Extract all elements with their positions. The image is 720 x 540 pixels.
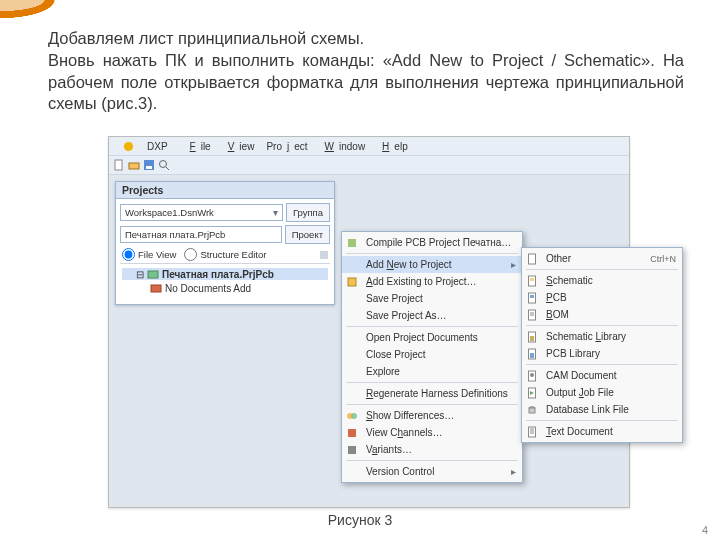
context-menu: Compile PCB Project Печатная плата.PrjPc… <box>341 231 523 483</box>
slide-corner <box>0 0 90 30</box>
workspace-button[interactable]: Группа <box>286 203 330 222</box>
smi-schematic-lib[interactable]: Schematic LibrarySchematic Library <box>522 328 682 345</box>
mi-version-control[interactable]: Version Control ▸ <box>342 463 522 480</box>
svg-rect-2 <box>129 163 139 169</box>
channels-icon <box>346 427 358 439</box>
menu-separator <box>526 364 678 365</box>
body-text: Добавляем лист принципиальной схемы. Вно… <box>48 28 684 115</box>
svg-rect-15 <box>348 446 356 454</box>
save-icon[interactable] <box>143 159 155 171</box>
smi-pcb[interactable]: PCBPCB <box>522 289 682 306</box>
mi-close-project[interactable]: Close Project <box>342 346 522 363</box>
svg-rect-10 <box>348 239 356 247</box>
smi-text-doc[interactable]: Text DocumentText Document <box>522 423 682 440</box>
menu-separator <box>526 420 678 421</box>
minus-box-icon: ⊟ <box>136 269 144 280</box>
menubar: DXP FFileile ViewView ProjectProject Win… <box>109 137 629 156</box>
menu-file[interactable]: FFileile <box>180 140 216 153</box>
svg-rect-4 <box>146 166 152 169</box>
workspace-combo[interactable]: Workspace1.DsnWrk ▾ <box>120 204 283 221</box>
project-icon <box>147 268 159 280</box>
svg-rect-33 <box>529 408 535 413</box>
menu-separator <box>346 326 518 327</box>
open-icon[interactable] <box>128 159 140 171</box>
svg-rect-16 <box>529 254 536 264</box>
panel-settings-icon[interactable] <box>318 249 330 261</box>
page-number: 4 <box>702 524 708 536</box>
project-combo[interactable]: Печатная плата.PrjPcb <box>120 226 282 243</box>
pcb-lib-icon <box>526 348 538 360</box>
svg-rect-25 <box>530 336 534 341</box>
projects-panel: Projects Workspace1.DsnWrk ▾ Группа Печа… <box>115 181 335 305</box>
mi-add-existing[interactable]: Add Existing to Project… Add Existing to… <box>342 273 522 290</box>
menu-dxp[interactable]: DXP <box>113 139 178 154</box>
text-doc-icon <box>526 426 538 438</box>
mi-show-diff[interactable]: Show Differences…Show Differences… <box>342 407 522 424</box>
project-tree: ⊟ Печатная плата.PrjPcb No Documents Add <box>120 263 330 300</box>
smi-other[interactable]: Other Ctrl+N <box>522 250 682 267</box>
mi-variants[interactable]: Variants…Variants… <box>342 441 522 458</box>
mi-compile[interactable]: Compile PCB Project Печатная плата.PrjPc… <box>342 234 522 251</box>
submenu-arrow-icon: ▸ <box>511 259 516 270</box>
svg-line-6 <box>166 167 169 170</box>
tree-root-item[interactable]: ⊟ Печатная плата.PrjPcb <box>122 268 328 280</box>
menu-project[interactable]: ProjectProject <box>261 140 312 153</box>
projects-panel-title: Projects <box>116 182 334 199</box>
mi-save-project-as[interactable]: Save Project As… <box>342 307 522 324</box>
schematic-icon <box>526 275 538 287</box>
smi-pcb-lib[interactable]: PCB Library <box>522 345 682 362</box>
dxp-icon <box>118 140 139 153</box>
svg-rect-14 <box>348 429 356 437</box>
mi-save-project[interactable]: Save Project <box>342 290 522 307</box>
smi-cam-doc[interactable]: CAM Document <box>522 367 682 384</box>
diff-icon <box>346 410 358 422</box>
svg-rect-7 <box>320 251 328 259</box>
app-screenshot: DXP FFileile ViewView ProjectProject Win… <box>108 136 630 508</box>
menu-window[interactable]: WindowWindow <box>315 140 371 153</box>
smi-db-link[interactable]: Database Link File <box>522 401 682 418</box>
folder-icon <box>150 282 162 294</box>
mi-open-docs[interactable]: Open Project Documents <box>342 329 522 346</box>
compile-icon <box>346 237 358 249</box>
svg-rect-8 <box>148 271 158 278</box>
figure-caption: Рисунок 3 <box>0 512 720 528</box>
menu-separator <box>346 460 518 461</box>
smi-output-job[interactable]: Output Job FileOutput Job File <box>522 384 682 401</box>
svg-rect-11 <box>348 278 356 286</box>
svg-point-0 <box>124 141 133 150</box>
zoom-icon[interactable] <box>158 159 170 171</box>
add-existing-icon <box>346 276 358 288</box>
project-button[interactable]: Проект <box>285 225 330 244</box>
variants-icon <box>346 444 358 456</box>
mi-add-new[interactable]: Add New to Project Add New to Project ▸ <box>342 256 522 273</box>
doc-icon <box>526 253 538 265</box>
mi-regenerate[interactable]: Regenerate Harness DefinitionsRegenerate… <box>342 385 522 402</box>
menu-separator <box>346 382 518 383</box>
toolbar <box>109 156 629 175</box>
menu-view[interactable]: ViewView <box>218 140 260 153</box>
smi-schematic[interactable]: SchematicSchematic <box>522 272 682 289</box>
svg-rect-27 <box>530 353 534 358</box>
bom-icon <box>526 309 538 321</box>
chevron-down-icon: ▾ <box>273 207 278 218</box>
menu-separator <box>346 404 518 405</box>
menu-help[interactable]: HelpHelp <box>372 140 413 153</box>
mi-explore[interactable]: Explore <box>342 363 522 380</box>
new-doc-icon[interactable] <box>113 159 125 171</box>
smi-bom[interactable]: BOMBOM <box>522 306 682 323</box>
svg-point-29 <box>530 373 534 377</box>
svg-rect-1 <box>115 160 122 170</box>
db-link-icon <box>526 404 538 416</box>
submenu-add-new: Other Ctrl+N SchematicSchematic PCBPCB B… <box>521 247 683 443</box>
menu-separator <box>526 269 678 270</box>
svg-point-13 <box>351 413 357 419</box>
file-view-radio[interactable]: File View <box>122 248 176 261</box>
svg-point-5 <box>160 161 167 168</box>
mi-view-channels[interactable]: View Channels…View Channels… <box>342 424 522 441</box>
structure-editor-radio[interactable]: Structure Editor <box>184 248 266 261</box>
tree-sub-item[interactable]: No Documents Add <box>122 282 328 294</box>
cam-icon <box>526 370 538 382</box>
output-job-icon <box>526 387 538 399</box>
svg-rect-20 <box>530 295 534 298</box>
sch-lib-icon <box>526 331 538 343</box>
